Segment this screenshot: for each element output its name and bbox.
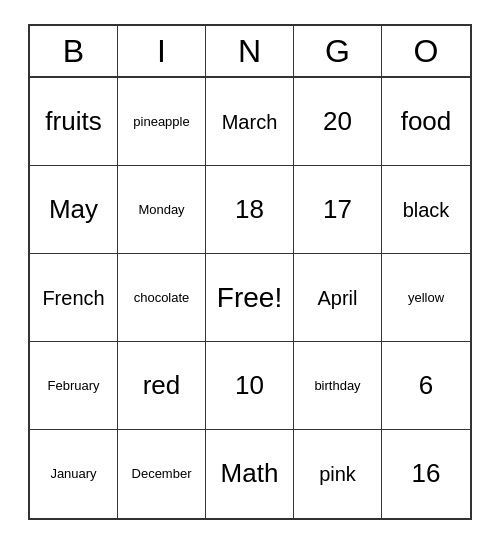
cell-r2-c3: April [294,254,382,342]
cell-r1-c1: Monday [118,166,206,254]
cell-r1-c0: May [30,166,118,254]
cell-r4-c1: December [118,430,206,518]
header-col-g: G [294,26,382,76]
cell-text-r2-c0: French [42,286,104,310]
cell-text-r2-c4: yellow [408,290,444,306]
cell-r3-c3: birthday [294,342,382,430]
bingo-grid: fruitspineappleMarch20foodMayMonday1817b… [30,78,470,518]
bingo-header: BINGO [30,26,470,78]
header-col-n: N [206,26,294,76]
cell-text-r0-c0: fruits [45,106,101,137]
cell-text-r4-c0: January [50,466,96,482]
header-col-o: O [382,26,470,76]
header-col-i: I [118,26,206,76]
cell-r2-c0: French [30,254,118,342]
cell-text-r0-c2: March [222,110,278,134]
cell-r3-c0: February [30,342,118,430]
cell-text-r1-c1: Monday [138,202,184,218]
cell-r1-c2: 18 [206,166,294,254]
cell-r2-c2: Free! [206,254,294,342]
cell-text-r4-c4: 16 [412,458,441,489]
cell-r3-c1: red [118,342,206,430]
cell-text-r2-c1: chocolate [134,290,190,306]
cell-text-r1-c4: black [403,198,450,222]
cell-r1-c3: 17 [294,166,382,254]
bingo-card: BINGO fruitspineappleMarch20foodMayMonda… [28,24,472,520]
cell-r0-c1: pineapple [118,78,206,166]
cell-text-r3-c2: 10 [235,370,264,401]
cell-r1-c4: black [382,166,470,254]
cell-text-r0-c1: pineapple [133,114,189,130]
cell-text-r4-c2: Math [221,458,279,489]
cell-r4-c2: Math [206,430,294,518]
cell-r0-c3: 20 [294,78,382,166]
cell-r0-c2: March [206,78,294,166]
cell-text-r3-c3: birthday [314,378,360,394]
cell-r3-c2: 10 [206,342,294,430]
cell-text-r3-c0: February [47,378,99,394]
cell-text-r2-c2: Free! [217,281,282,315]
cell-text-r3-c4: 6 [419,370,433,401]
cell-r2-c4: yellow [382,254,470,342]
cell-r0-c0: fruits [30,78,118,166]
cell-r0-c4: food [382,78,470,166]
header-col-b: B [30,26,118,76]
cell-text-r0-c3: 20 [323,106,352,137]
cell-text-r1-c3: 17 [323,194,352,225]
cell-r2-c1: chocolate [118,254,206,342]
cell-r4-c0: January [30,430,118,518]
cell-text-r4-c1: December [132,466,192,482]
cell-text-r4-c3: pink [319,462,356,486]
cell-r4-c4: 16 [382,430,470,518]
cell-text-r0-c4: food [401,106,452,137]
cell-r4-c3: pink [294,430,382,518]
cell-text-r2-c3: April [317,286,357,310]
cell-text-r1-c0: May [49,194,98,225]
cell-r3-c4: 6 [382,342,470,430]
cell-text-r3-c1: red [143,370,181,401]
cell-text-r1-c2: 18 [235,194,264,225]
